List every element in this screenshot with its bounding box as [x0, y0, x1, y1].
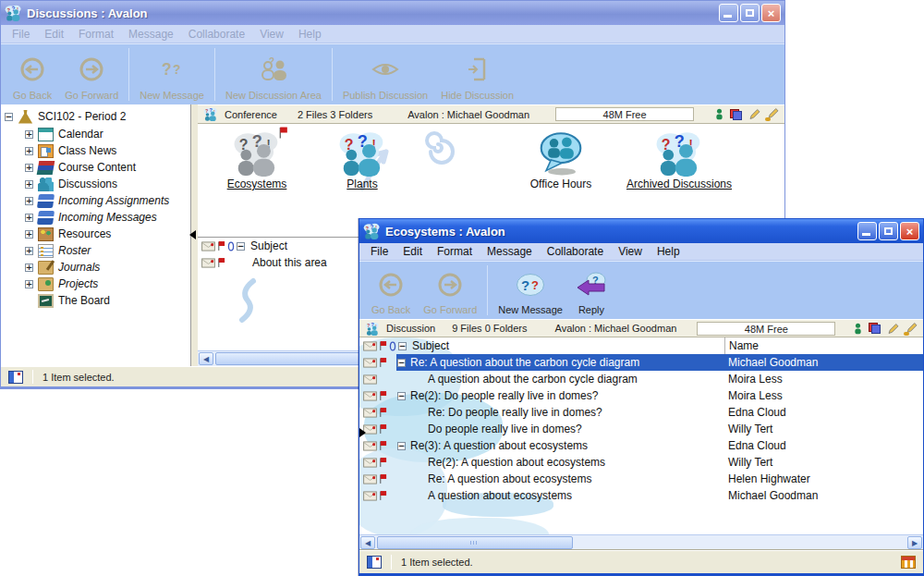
table-header-row[interactable]: Subject Name	[359, 337, 923, 354]
menu-item[interactable]: Help	[291, 28, 329, 41]
expand-plus-box[interactable]	[25, 280, 33, 288]
ecosystems-discussion-icon	[232, 130, 282, 177]
menu-item[interactable]: View	[252, 28, 291, 41]
reply-button[interactable]: Reply	[569, 263, 614, 317]
expand-plus-box[interactable]	[25, 130, 33, 139]
conference-item-office-hours[interactable]: Office Hours	[510, 130, 612, 190]
menu-item[interactable]: File	[363, 245, 395, 258]
expand-plus-box[interactable]	[25, 247, 33, 255]
menu-item[interactable]: Format	[71, 28, 121, 41]
expand-plus-box[interactable]	[25, 230, 33, 239]
minimize-button[interactable]	[719, 4, 738, 22]
unread-flag-icon	[379, 473, 387, 484]
expand-plus-box[interactable]	[25, 214, 33, 222]
close-button[interactable]: ×	[761, 4, 781, 22]
publish-discussion-button[interactable]: Publish Discussion	[336, 46, 434, 103]
menu-item[interactable]: Message	[480, 245, 540, 258]
tree-item[interactable]: Incoming Messages	[1, 209, 190, 226]
view-grid-icon[interactable]	[901, 556, 916, 569]
expand-plus-box[interactable]	[25, 164, 33, 172]
table-row[interactable]: Re(2): Do people really live in domes? M…	[359, 387, 923, 404]
tree-item[interactable]: Calendar	[1, 126, 190, 142]
expand-plus-box[interactable]	[25, 197, 33, 205]
toggle-panel-icon[interactable]	[8, 371, 23, 384]
go-forward-button[interactable]: Go Forward	[417, 263, 483, 317]
conference-info-bar: Conference 2 Files 3 Folders Avalon : Mi…	[198, 104, 784, 124]
pane-splitter[interactable]	[191, 104, 198, 366]
tree-item[interactable]: The Board	[1, 292, 190, 309]
name-text: Michael Goodman	[728, 489, 818, 502]
subject-text: Re(2): A question about ecosystems	[428, 456, 605, 469]
go-back-button[interactable]: Go Back	[6, 46, 58, 103]
hide-discussion-button[interactable]: Hide Discussion	[434, 46, 520, 103]
expand-plus-box[interactable]	[25, 180, 33, 189]
menu-item[interactable]: Help	[650, 245, 687, 258]
collapse-all-box[interactable]	[398, 342, 407, 350]
titlebar-discussions[interactable]: Discussions : Avalon ×	[1, 1, 784, 25]
free-space-indicator: 48M Free	[697, 322, 835, 336]
go-back-button[interactable]: Go Back	[365, 263, 417, 317]
window-ecosystems: Ecosystems : Avalon × FileEditFormatMess…	[359, 218, 924, 576]
conference-item-ecosystems[interactable]: Ecosystems	[213, 130, 301, 190]
tree-item[interactable]: Journals	[1, 259, 190, 276]
expand-plus-box[interactable]	[25, 263, 33, 272]
table-rows: Re: A question about the carbon cycle di…	[359, 354, 923, 504]
table-row[interactable]: Re(3): A question about ecosystems Edna …	[359, 437, 923, 454]
new-message-button[interactable]: New Message	[492, 263, 569, 317]
new-message-button[interactable]: New Message	[133, 46, 211, 103]
scrollbar-track[interactable]	[573, 536, 907, 549]
tree-item[interactable]: Class News	[1, 142, 190, 159]
go-forward-button[interactable]: Go Forward	[58, 46, 125, 103]
close-button[interactable]: ×	[900, 222, 919, 240]
menu-item[interactable]: Collaborate	[540, 245, 611, 258]
collapse-thread-box[interactable]	[397, 359, 406, 367]
new-discussion-area-button[interactable]: New Discussion Area	[219, 46, 328, 103]
minimize-button[interactable]	[857, 222, 877, 240]
scroll-right-arrow[interactable]: ▶	[907, 536, 922, 549]
maximize-button[interactable]	[740, 4, 760, 22]
tree-item[interactable]: Course Content	[1, 159, 190, 176]
tree-item[interactable]: Roster	[1, 242, 190, 259]
discussion-app-icon	[5, 5, 22, 21]
collapse-box[interactable]	[5, 113, 13, 121]
tree-item[interactable]: Discussions	[1, 176, 190, 192]
pane-collapse-arrow-icon[interactable]	[359, 428, 366, 437]
table-row[interactable]: Do people really live in domes? Willy Te…	[359, 421, 923, 437]
menu-item[interactable]: Format	[430, 245, 480, 258]
presence-person-icon	[715, 108, 723, 120]
maximize-button[interactable]	[879, 222, 898, 240]
table-row[interactable]: A question about the carbon cycle diagra…	[359, 371, 923, 387]
conference-item-archived-discussions[interactable]: Archived Discussions	[602, 130, 756, 190]
table-row[interactable]: Re(2): A question about ecosystems Willy…	[359, 454, 923, 471]
collapse-thread-box[interactable]	[397, 442, 406, 450]
menu-item[interactable]: Edit	[395, 245, 430, 258]
scroll-left-arrow[interactable]: ◀	[360, 536, 375, 549]
status-bar: 1 Item selected.	[359, 550, 923, 573]
table-row[interactable]: A question about ecosystems Michael Good…	[359, 487, 923, 504]
collapse-thread-box[interactable]	[397, 392, 406, 400]
tree-item-label: The Board	[58, 294, 110, 307]
collapse-all-box[interactable]	[237, 242, 245, 251]
menu-item[interactable]: Message	[121, 28, 181, 41]
menu-item[interactable]: Edit	[37, 28, 71, 41]
tree-item[interactable]: Projects	[1, 276, 190, 292]
scrollbar-thumb[interactable]	[377, 536, 573, 549]
menu-item[interactable]: File	[5, 28, 37, 41]
go-forward-icon	[79, 57, 103, 81]
menu-item[interactable]: View	[611, 245, 650, 258]
table-row[interactable]: Re: Do people really live in domes? Edna…	[359, 404, 923, 421]
subject-text: Do people really live in domes?	[428, 423, 582, 435]
tree-root-sci102[interactable]: SCI102 - Period 2	[1, 107, 190, 126]
tree-item[interactable]: Resources	[1, 226, 190, 242]
sidebar-collapse-arrow-icon[interactable]	[189, 230, 196, 239]
toggle-panel-icon[interactable]	[367, 556, 382, 569]
tree-item[interactable]: Incoming Assignments	[1, 192, 190, 209]
expand-plus-box[interactable]	[25, 147, 33, 155]
menu-item[interactable]: Collaborate	[181, 28, 252, 41]
horizontal-scrollbar[interactable]: ◀ ▶	[359, 534, 923, 550]
conference-item-plants[interactable]: Plants	[318, 130, 407, 190]
table-row[interactable]: Re: A question about the carbon cycle di…	[359, 354, 923, 371]
scroll-left-arrow[interactable]: ◀	[199, 352, 213, 365]
titlebar-ecosystems[interactable]: Ecosystems : Avalon ×	[359, 219, 923, 243]
table-row[interactable]: Re: A question about ecosystems Helen Hi…	[359, 471, 923, 487]
